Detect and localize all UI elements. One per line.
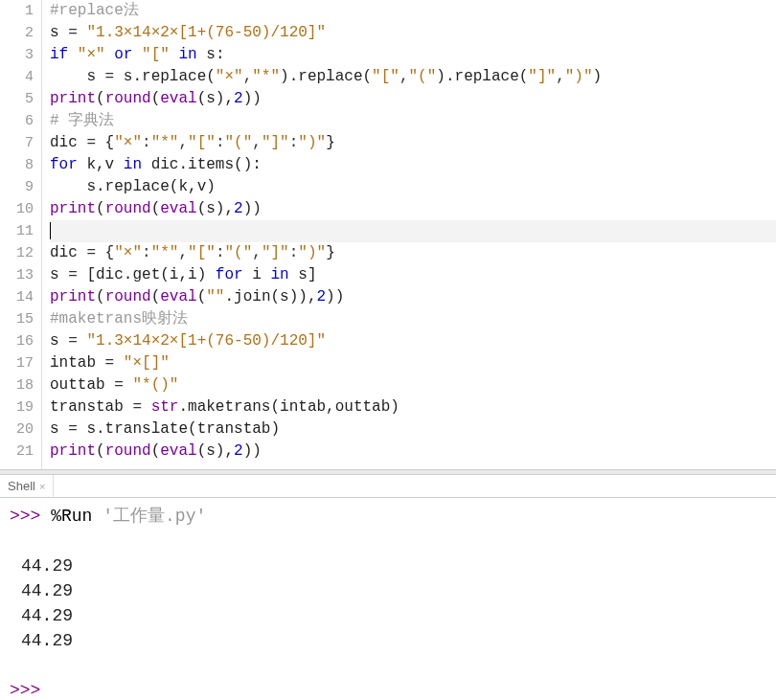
token-ident: dic.items():	[142, 156, 262, 173]
code-line[interactable]: dic = {"×":"*","[":"(","]":")"}	[50, 242, 776, 264]
token-ident: s.replace(k,v)	[50, 178, 216, 195]
token-ident: s	[50, 68, 105, 85]
token-ident: }	[326, 134, 335, 151]
code-line[interactable]: print(round(eval(s),2))	[50, 440, 776, 463]
line-number: 11	[0, 220, 34, 242]
code-line[interactable]: # 字典法	[50, 110, 776, 132]
token-string: "×"	[78, 46, 105, 63]
token-ident: .join(s)),	[224, 288, 316, 305]
shell-run-arg: '工作量.py'	[103, 507, 206, 526]
token-ident: (	[96, 90, 105, 107]
token-ident: s]	[289, 266, 317, 283]
shell-output-line: 44.29	[10, 553, 766, 578]
code-editor[interactable]: 123456789101112131415161718192021 #repla…	[0, 0, 776, 469]
code-line[interactable]: s = s.replace("×","*").replace("[","(").…	[50, 66, 776, 88]
code-line[interactable]: print(round(eval("".join(s)),2))	[50, 286, 776, 308]
token-string: "*"	[151, 244, 179, 261]
token-punct: =	[132, 398, 142, 416]
code-line[interactable]: s = s.translate(transtab)	[50, 418, 776, 440]
code-line[interactable]: #replace法	[50, 0, 776, 22]
code-line[interactable]: s = "1.3×14×2×[1+(76-50)/120]"	[50, 22, 776, 44]
close-icon[interactable]: ×	[39, 475, 45, 498]
token-ident	[78, 24, 87, 41]
token-number: 2	[234, 200, 243, 217]
token-ident: s	[50, 332, 68, 350]
code-line[interactable]: s.replace(k,v)	[50, 176, 776, 198]
shell-output-line: 44.29	[10, 628, 766, 653]
token-ident: [dic.get(i,i)	[78, 266, 216, 283]
token-string: "]"	[262, 134, 289, 151]
token-ident: (s),	[197, 442, 234, 460]
token-builtin: print	[50, 442, 96, 460]
line-number: 13	[0, 264, 34, 286]
token-ident: i	[243, 266, 271, 283]
token-ident: transtab	[50, 398, 132, 416]
token-builtin: print	[50, 200, 96, 217]
shell-output[interactable]: >>> %Run '工作量.py' 44.2944.2944.2944.29 >…	[0, 498, 776, 700]
shell-tab[interactable]: Shell ×	[0, 475, 54, 498]
token-ident: s:	[197, 46, 225, 63]
shell-tab-label: Shell	[8, 475, 35, 498]
code-line[interactable]: outtab = "*()"	[50, 374, 776, 396]
token-comment: #replace法	[50, 2, 139, 19]
token-ident: ).replace(	[436, 68, 528, 85]
token-builtin: round	[105, 442, 151, 460]
token-ident: ).replace(	[280, 68, 372, 85]
token-string: "*"	[252, 68, 280, 85]
token-ident: ))	[243, 90, 262, 107]
token-punct: =	[68, 332, 78, 350]
token-ident: (	[96, 442, 105, 460]
token-string: ")"	[298, 134, 326, 151]
token-number: 2	[234, 90, 243, 107]
token-string: ")"	[565, 68, 593, 85]
code-line[interactable]: print(round(eval(s),2))	[50, 198, 776, 220]
shell-prompt: >>>	[10, 681, 51, 700]
line-number: 4	[0, 66, 34, 88]
shell-prompt: >>>	[10, 507, 51, 526]
token-keyword: in	[178, 46, 196, 63]
code-line[interactable]: transtab = str.maketrans(intab,outtab)	[50, 396, 776, 418]
code-line[interactable]: s = "1.3×14×2×[1+(76-50)/120]"	[50, 330, 776, 352]
code-line[interactable]: intab = "×[]"	[50, 352, 776, 374]
shell-blank	[10, 653, 766, 678]
line-number-gutter: 123456789101112131415161718192021	[0, 0, 42, 469]
token-builtin: print	[50, 288, 96, 305]
line-number: 12	[0, 242, 34, 264]
code-line[interactable]	[50, 220, 776, 242]
line-number: 16	[0, 330, 34, 352]
token-ident: (	[151, 90, 161, 107]
token-number: 2	[234, 442, 243, 460]
code-line[interactable]: print(round(eval(s),2))	[50, 88, 776, 110]
token-ident: ))	[243, 442, 262, 460]
code-line[interactable]: dic = {"×":"*","[":"(","]":")"}	[50, 132, 776, 154]
token-ident: outtab	[50, 376, 114, 394]
token-builtin: eval	[160, 442, 196, 460]
line-number: 18	[0, 374, 34, 396]
shell-blank	[10, 529, 766, 553]
code-line[interactable]: for k,v in dic.items():	[50, 154, 776, 176]
code-area[interactable]: #replace法s = "1.3×14×2×[1+(76-50)/120]"i…	[42, 0, 776, 469]
token-ident: s	[50, 24, 68, 41]
token-ident: (	[151, 442, 161, 460]
token-ident	[68, 46, 78, 63]
token-keyword: or	[114, 46, 132, 63]
line-number: 6	[0, 110, 34, 132]
line-number: 7	[0, 132, 34, 154]
token-string: "["	[142, 46, 170, 63]
token-keyword: in	[124, 156, 142, 173]
line-number: 14	[0, 286, 34, 308]
token-ident	[124, 376, 133, 394]
shell-prompt-line[interactable]: >>>	[10, 678, 766, 700]
token-punct: ,	[556, 68, 565, 85]
token-punct: =	[114, 376, 124, 394]
token-ident: s	[50, 420, 68, 438]
code-line[interactable]: #maketrans映射法	[50, 308, 776, 330]
token-ident: (	[197, 288, 207, 305]
token-punct: =	[68, 420, 78, 438]
token-string: "]"	[528, 68, 556, 85]
code-line[interactable]: if "×" or "[" in s:	[50, 44, 776, 66]
token-ident: (	[96, 288, 105, 305]
token-string: "*()"	[132, 376, 178, 394]
code-line[interactable]: s = [dic.get(i,i) for i in s]	[50, 264, 776, 286]
token-punct: ,	[252, 134, 262, 151]
